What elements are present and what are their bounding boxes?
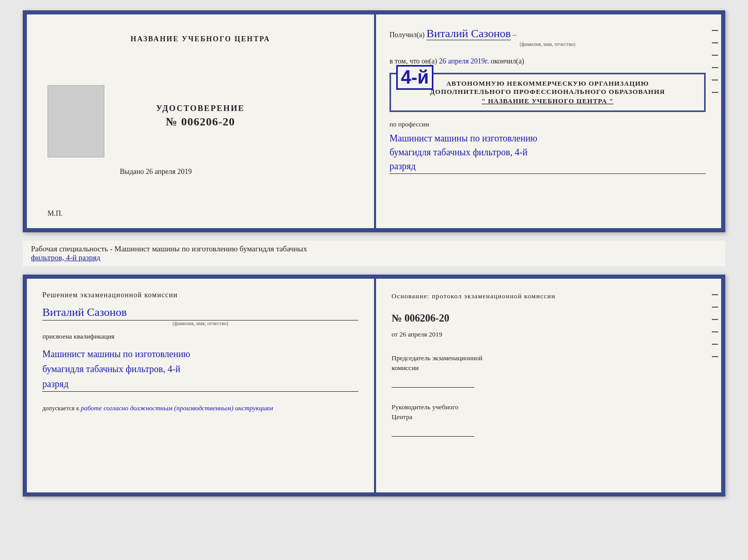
ot-date: 26 апреля 2019 <box>399 330 442 338</box>
stamp-line1: АВТОНОМНУЮ НЕКОММЕРЧЕСКУЮ ОРГАНИЗАЦИЮ <box>398 79 697 88</box>
predsedatel-label: Председатель экзаменационной комиссии <box>392 353 706 373</box>
dopuskaetsya-block: допускается к работе согласно должностны… <box>42 404 359 412</box>
cert-number: № 006206-20 <box>156 115 245 129</box>
poluchil-label: Получил(а) <box>389 31 425 39</box>
bottom-name-subtitle: (фамилия, имя, отчество) <box>42 321 359 326</box>
poluchil-subtitle: (фамилия, имя, отчество) <box>389 41 706 47</box>
mp-label: М.П. <box>48 210 63 218</box>
side-mark-2 <box>712 42 718 43</box>
ot-label: от <box>392 330 398 338</box>
top-certificate: НАЗВАНИЕ УЧЕБНОГО ЦЕНТРА УДОСТОВЕРЕНИЕ №… <box>23 10 725 232</box>
profession-line2: бумагидля табачных фильтров, 4-й <box>389 147 527 157</box>
name-block: Виталий Сазонов (фамилия, имя, отчество) <box>42 303 359 326</box>
side-mark2-5 <box>712 344 718 345</box>
stamp-line2: ДОПОЛНИТЕЛЬНОГО ПРОФЕССИОНАЛЬНОГО ОБРАЗО… <box>398 88 697 96</box>
profession-line1: Машинист машины по изготовлению <box>389 133 537 143</box>
prisvoyena-label: присвоена квалификация <box>42 332 359 341</box>
dopuskaetsya-value: работе согласно должностным (производств… <box>81 404 273 412</box>
profession-text: Машинист машины по изготовлению бумагидл… <box>389 132 706 174</box>
udostoverenie-label: УДОСТОВЕРЕНИЕ <box>156 104 245 113</box>
vydano-label: Выдано <box>120 168 144 175</box>
vydano-block: Выдано 26 апреля 2019 <box>120 168 192 176</box>
right-side-marks2 <box>712 294 718 357</box>
side-mark-3 <box>712 55 718 56</box>
bottom-prof-line1: Машинист машины по изготовлению <box>42 349 190 359</box>
side-mark2-2 <box>712 307 718 308</box>
bottom-certificate: Решением экзаменационной комиссии Витали… <box>23 275 725 497</box>
stamp-line3: " НАЗВАНИЕ УЧЕБНОГО ЦЕНТРА " <box>398 97 697 105</box>
bottom-cert-left: Решением экзаменационной комиссии Витали… <box>27 279 374 492</box>
profession-line3: разряд <box>389 161 416 171</box>
bottom-number: № 006206-20 <box>392 312 706 324</box>
vtom-label: в том, что он(а) <box>389 57 437 65</box>
side-mark-4 <box>712 67 718 68</box>
vtom-date: 26 апреля 2019г. <box>439 57 489 65</box>
vtom-block: в том, что он(а) 26 апреля 2019г. окончи… <box>389 57 706 66</box>
middle-text-prefix: Рабочая специальность - Машинист машины … <box>31 245 307 253</box>
rukov-sign-line <box>392 424 474 437</box>
ot-block: от 26 апреля 2019 <box>392 330 706 339</box>
rukov-block: Руководитель учебного Центра <box>392 402 706 437</box>
predsedatel-block: Председатель экзаменационной комиссии <box>392 353 706 388</box>
vydano-date: 26 апреля 2019 <box>146 168 192 175</box>
poluchil-name: Виталий Сазонов <box>426 27 510 40</box>
middle-text-underlined: фильтров, 4-й разряд <box>31 253 100 262</box>
school-name-title: НАЗВАНИЕ УЧЕБНОГО ЦЕНТРА <box>131 35 270 43</box>
stamp-box: 4-й АВТОНОМНУЮ НЕКОММЕРЧЕСКУЮ ОРГАНИЗАЦИ… <box>389 73 706 112</box>
bottom-prof-line2: бумагидля табачных фильтров, 4-й <box>42 364 180 374</box>
razryad-num: 4-й <box>396 65 433 90</box>
poluchil-block: Получил(а) Виталий Сазонов – (фамилия, и… <box>389 27 706 47</box>
middle-text-block: Рабочая специальность - Машинист машины … <box>23 241 725 266</box>
side-mark-6 <box>712 92 718 93</box>
bottom-name: Виталий Сазонов <box>42 306 359 321</box>
predsedatel-sign-line <box>392 375 474 388</box>
bottom-profession: Машинист машины по изготовлению бумагидл… <box>42 347 359 392</box>
photo-placeholder <box>48 85 104 157</box>
okonchil-label: окончил(а) <box>491 57 524 65</box>
bottom-prof-line3: разряд <box>42 379 69 389</box>
side-mark-1 <box>712 30 718 31</box>
side-mark2-1 <box>712 294 718 295</box>
bottom-cert-right: Основание: протокол экзаменационной коми… <box>374 279 721 492</box>
rukov-label: Руководитель учебного Центра <box>392 402 706 422</box>
resheniem-label: Решением экзаменационной комиссии <box>42 291 359 299</box>
side-mark2-4 <box>712 331 718 332</box>
dopuskaetsya-label: допускается к <box>42 405 79 412</box>
top-cert-left: НАЗВАНИЕ УЧЕБНОГО ЦЕНТРА УДОСТОВЕРЕНИЕ №… <box>27 14 374 228</box>
osnov-label: Основание: протокол экзаменационной коми… <box>392 291 706 302</box>
po-professii-label: по профессии <box>389 120 706 129</box>
udostoverenie-block: УДОСТОВЕРЕНИЕ № 006206-20 <box>156 104 245 129</box>
top-cert-right: Получил(а) Виталий Сазонов – (фамилия, и… <box>374 14 721 228</box>
side-marks <box>712 30 718 93</box>
side-mark2-3 <box>712 319 718 320</box>
side-mark-5 <box>712 79 718 81</box>
side-mark2-6 <box>712 356 718 357</box>
